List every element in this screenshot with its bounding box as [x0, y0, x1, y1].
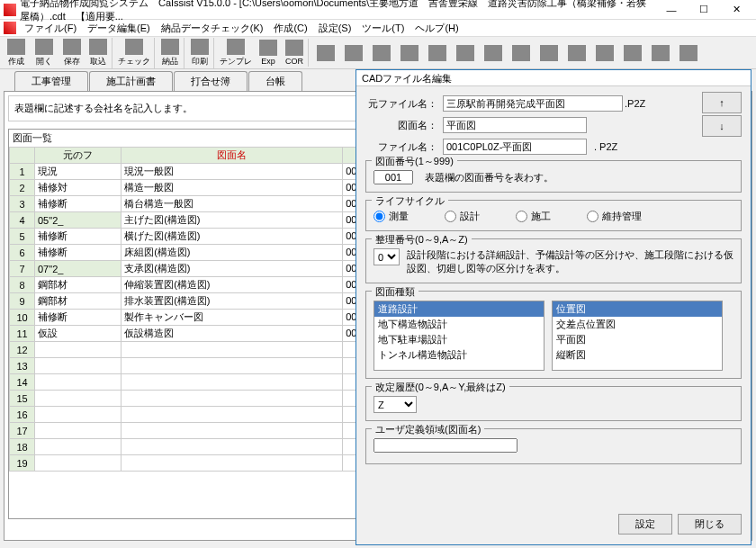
origfile-ext: .P2Z	[625, 98, 645, 109]
toolbar-btn17[interactable]	[508, 44, 534, 62]
seiri-desc: 設計段階における詳細設計、予備設計等の区分けや、施工段階における仮設図、切廻し図…	[407, 248, 734, 275]
toolbar-btn15[interactable]	[453, 44, 478, 62]
col-drawing-name: 図面名	[122, 148, 343, 164]
toolbar-開く[interactable]: 開く	[32, 38, 57, 68]
userdef-label: ユーザ定義領域(図面名)	[372, 423, 484, 436]
origfile-label: 元ファイル名：	[365, 97, 437, 111]
toolbar-btn23[interactable]	[676, 44, 701, 62]
toolbar-icon	[484, 45, 502, 61]
toolbar-icon	[680, 45, 698, 61]
maximize-button[interactable]: ☐	[688, 1, 720, 19]
type-category-list[interactable]: 道路設計地下構造物設計地下駐車場設計トンネル構造物設計	[374, 301, 544, 371]
toolbar-icon	[227, 39, 245, 55]
toolbar-icon	[191, 39, 209, 55]
toolbar-icon	[540, 45, 558, 61]
list-item[interactable]: 平面図	[553, 332, 722, 347]
drawing-label: 図面名：	[365, 119, 437, 132]
seiri-label: 整理番号(0～9,A～Z)	[372, 233, 472, 247]
list-item[interactable]: 道路設計	[374, 301, 544, 317]
toolbar-icon	[568, 45, 586, 61]
arrow-down-button[interactable]: ↓	[702, 115, 742, 137]
menu-create[interactable]: 作成(C)	[269, 21, 311, 36]
dialog-title: CADファイル名編集	[356, 70, 751, 86]
file-ext: . P2Z	[594, 141, 617, 152]
toolbar-icon	[161, 39, 179, 55]
tab-construction[interactable]: 工事管理	[14, 71, 88, 91]
toolbar-btn10[interactable]	[313, 44, 338, 62]
file-input[interactable]	[443, 139, 587, 155]
drawno-group-label: 図面番号(1～999)	[372, 155, 457, 168]
file-label: ファイル名：	[365, 140, 437, 154]
toolbar-btn20[interactable]	[592, 44, 617, 62]
type-subtype-list[interactable]: 位置図交差点位置図平面図縦断図	[552, 301, 723, 371]
type-label: 図面種類	[372, 285, 418, 299]
toolbar-作成[interactable]: 作成	[4, 38, 29, 68]
close-dialog-button[interactable]: 閉じる	[678, 514, 742, 535]
toolbar-icon	[512, 45, 530, 61]
list-item[interactable]: 地下構造物設計	[374, 317, 544, 332]
menu-file[interactable]: ファイル(F)	[20, 21, 81, 36]
lifecycle-option[interactable]: 施工	[516, 210, 551, 223]
menu-tools[interactable]: ツール(T)	[357, 21, 409, 36]
seiri-select[interactable]: 0	[374, 248, 400, 265]
toolbar-icon	[317, 45, 335, 61]
col-orig: 元のフ	[35, 148, 122, 164]
toolbar-icon	[652, 45, 670, 61]
toolbar-納品[interactable]: 納品	[159, 38, 184, 68]
set-button[interactable]: 設定	[618, 514, 672, 535]
toolbar-icon	[596, 45, 614, 61]
toolbar-テンプレ[interactable]: テンプレ	[219, 38, 253, 68]
toolbar: 作成開く保存取込チェック納品印刷テンプレExpCOR	[0, 37, 756, 69]
rev-select[interactable]: Z	[374, 396, 417, 413]
drawing-input[interactable]	[443, 117, 587, 133]
toolbar-btn12[interactable]	[369, 44, 394, 62]
close-button[interactable]: ✕	[720, 1, 752, 19]
cad-filename-dialog: CADファイル名編集 ↑ ↓ 元ファイル名： .P2Z 図面名： ファイル名： …	[356, 69, 752, 545]
toolbar-icon	[373, 45, 391, 61]
toolbar-icon	[624, 45, 642, 61]
lifecycle-option[interactable]: 設計	[445, 210, 480, 223]
toolbar-icon	[7, 39, 25, 55]
menu-settings[interactable]: 設定(S)	[314, 21, 356, 36]
list-item[interactable]: トンネル構造物設計	[374, 347, 544, 363]
toolbar-btn18[interactable]	[536, 44, 562, 62]
toolbar-icon	[400, 45, 418, 61]
toolbar-btn16[interactable]	[481, 44, 506, 62]
toolbar-Exp[interactable]: Exp	[256, 39, 281, 67]
titlebar: 電子納品物作成閲覧システム CaIssist V15.0.0 - [C:\Use…	[0, 0, 756, 20]
list-item[interactable]: 地下駐車場設計	[374, 332, 544, 347]
menu-data-edit[interactable]: データ編集(E)	[83, 21, 155, 36]
list-item[interactable]: 縦断図	[553, 347, 722, 363]
toolbar-btn21[interactable]	[620, 44, 645, 62]
toolbar-チェック[interactable]: チェック	[117, 38, 155, 68]
list-item[interactable]: 交差点位置図	[553, 317, 722, 332]
tab-ledger[interactable]: 台帳	[248, 71, 302, 91]
toolbar-btn13[interactable]	[397, 44, 422, 62]
toolbar-btn19[interactable]	[564, 44, 590, 62]
toolbar-取込[interactable]: 取込	[87, 38, 112, 68]
toolbar-btn11[interactable]	[341, 44, 366, 62]
toolbar-icon	[259, 40, 277, 56]
drawno-input[interactable]	[374, 170, 413, 184]
toolbar-btn22[interactable]	[648, 44, 673, 62]
origfile-input[interactable]	[443, 95, 623, 112]
menu-data-check[interactable]: 納品データチェック(K)	[157, 21, 268, 36]
lifecycle-option[interactable]: 測量	[374, 210, 409, 223]
menu-help[interactable]: ヘルプ(H)	[410, 21, 463, 36]
col-rownum	[10, 148, 35, 164]
userdef-input[interactable]	[374, 438, 518, 453]
toolbar-印刷[interactable]: 印刷	[189, 38, 214, 68]
tab-plan[interactable]: 施工計画書	[89, 71, 173, 91]
list-item[interactable]: 位置図	[553, 301, 722, 317]
lifecycle-option[interactable]: 維持管理	[587, 210, 642, 223]
toolbar-保存[interactable]: 保存	[59, 38, 85, 68]
toolbar-icon	[456, 45, 474, 61]
toolbar-COR[interactable]: COR	[284, 39, 309, 67]
toolbar-icon	[345, 45, 363, 61]
toolbar-icon	[125, 39, 143, 55]
rev-label: 改定履歴(0～9,A～Y,最終はZ)	[372, 381, 509, 394]
toolbar-btn14[interactable]	[425, 44, 450, 62]
arrow-up-button[interactable]: ↑	[702, 92, 742, 113]
tab-meeting[interactable]: 打合せ簿	[174, 71, 248, 91]
minimize-button[interactable]: —	[655, 1, 688, 19]
